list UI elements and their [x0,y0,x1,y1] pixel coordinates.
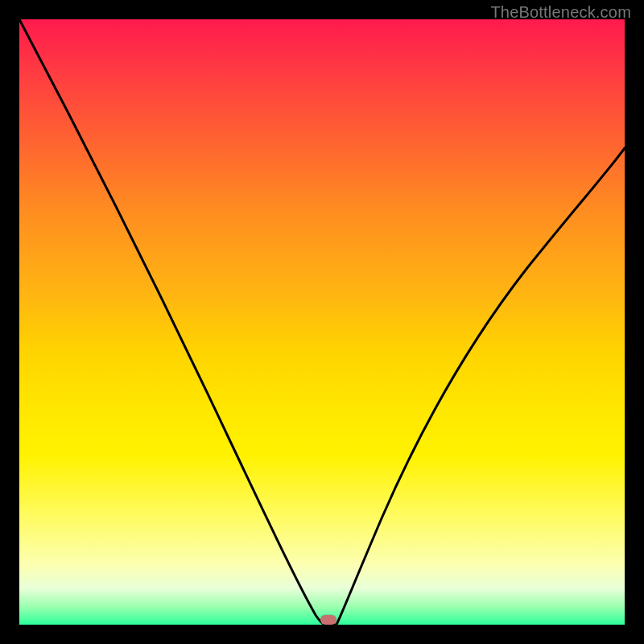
watermark-text: TheBottleneck.com [490,3,631,22]
chart-frame: TheBottleneck.com [0,0,644,644]
bottleneck-curve [19,19,625,625]
optimal-point-marker [320,615,336,625]
curve-path [19,19,625,625]
